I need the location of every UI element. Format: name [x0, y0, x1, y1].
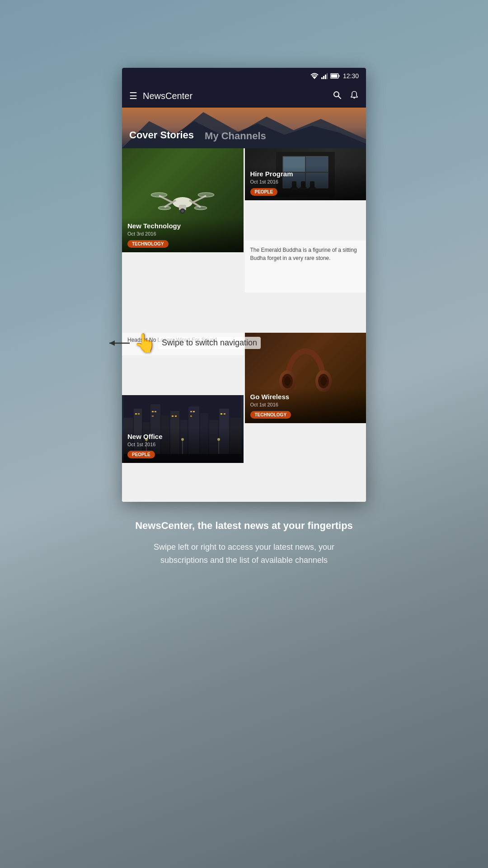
hire-title: Hire Program — [250, 170, 361, 178]
svg-point-40 — [284, 377, 291, 386]
drone-title: New Technology — [127, 222, 238, 230]
wireless-tag: TECHNOLOGY — [250, 411, 291, 419]
phone-screen: 12:30 ☰ NewsCenter — [122, 68, 366, 502]
tab-my-channels[interactable]: My Channels — [205, 130, 266, 144]
svg-rect-65 — [221, 413, 222, 415]
svg-rect-6 — [338, 75, 339, 77]
status-icons: 12:30 — [310, 72, 359, 80]
wireless-overlay: Go Wireless Oct 1st 2016 TECHNOLOGY — [245, 388, 366, 423]
description-body: Swipe left or right to access your lates… — [131, 541, 357, 567]
office-date: Oct 1st 2016 — [127, 442, 238, 447]
phone-container: 12:30 ☰ NewsCenter — [122, 68, 366, 800]
card-drone[interactable]: New Technology Oct 3rd 2016 TECHNOLOGY — [122, 148, 244, 252]
top-bar: ☰ NewsCenter — [122, 84, 366, 108]
card-office[interactable]: New Office Oct 1st 2016 PEOPLE — [122, 395, 244, 463]
drone-tag: TECHNOLOGY — [127, 240, 169, 248]
snippet-card: The Emerald Buddha is a figurine of a si… — [245, 241, 366, 292]
description-area: NewsCenter, the latest news at your fing… — [122, 502, 366, 576]
wireless-title: Go Wireless — [250, 393, 361, 401]
svg-rect-57 — [152, 411, 154, 412]
office-tag: PEOPLE — [127, 451, 155, 458]
svg-rect-56 — [138, 413, 140, 415]
status-time: 12:30 — [343, 72, 359, 80]
status-bar: 12:30 — [122, 68, 366, 84]
svg-point-24 — [181, 210, 184, 212]
svg-rect-7 — [331, 75, 337, 78]
svg-point-22 — [194, 206, 207, 210]
app-title: NewsCenter — [143, 91, 333, 101]
svg-point-20 — [198, 193, 214, 197]
svg-rect-60 — [172, 415, 174, 417]
drone-overlay: New Technology Oct 3rd 2016 TECHNOLOGY — [122, 217, 244, 252]
bell-icon[interactable] — [350, 90, 359, 102]
description-title: NewsCenter, the latest news at your fing… — [131, 520, 357, 532]
hire-overlay: Hire Program Oct 1st 2016 PEOPLE — [245, 165, 366, 200]
tab-cover-stories[interactable]: Cover Stories — [129, 129, 194, 144]
text-below-drone: Headset No Longer Wired For Sound — [122, 333, 244, 355]
search-icon[interactable] — [333, 90, 342, 102]
svg-marker-0 — [312, 76, 317, 79]
tab-bar: Cover Stories My Channels — [122, 129, 366, 148]
hero-section: Cover Stories My Channels — [122, 108, 366, 148]
svg-rect-4 — [327, 73, 328, 79]
svg-point-19 — [151, 193, 167, 197]
card-wireless[interactable]: Go Wireless Oct 1st 2016 TECHNOLOGY — [245, 333, 366, 423]
svg-rect-2 — [323, 76, 324, 79]
hire-tag: PEOPLE — [250, 188, 278, 196]
svg-rect-64 — [190, 415, 192, 417]
svg-rect-61 — [175, 415, 177, 417]
card-hire[interactable]: Hire Program Oct 1st 2016 PEOPLE — [245, 148, 366, 200]
battery-icon — [330, 73, 340, 79]
svg-rect-63 — [193, 411, 195, 412]
top-icons — [333, 90, 359, 102]
office-overlay: New Office Oct 1st 2016 PEOPLE — [122, 428, 244, 463]
wireless-date: Oct 1st 2016 — [250, 402, 361, 407]
wifi-icon — [310, 73, 319, 79]
svg-marker-75 — [109, 340, 115, 346]
svg-rect-66 — [224, 413, 225, 415]
svg-line-9 — [338, 96, 341, 99]
svg-rect-3 — [325, 75, 326, 79]
drone-date: Oct 3rd 2016 — [127, 231, 238, 236]
svg-point-21 — [158, 206, 171, 210]
below-drone-text: Headset No Longer Wired For Sound — [127, 336, 238, 344]
svg-point-41 — [320, 377, 327, 386]
svg-rect-58 — [155, 411, 156, 412]
svg-rect-62 — [190, 411, 192, 412]
svg-rect-59 — [152, 415, 154, 417]
svg-rect-1 — [321, 77, 323, 79]
office-title: New Office — [127, 433, 238, 441]
signal-icon — [321, 73, 328, 79]
hire-date: Oct 1st 2016 — [250, 179, 361, 184]
svg-rect-55 — [135, 413, 137, 415]
content-grid: New Technology Oct 3rd 2016 TECHNOLOGY — [122, 148, 366, 502]
hamburger-icon[interactable]: ☰ — [129, 90, 137, 101]
snippet-text: The Emerald Buddha is a figurine of a si… — [250, 246, 361, 262]
